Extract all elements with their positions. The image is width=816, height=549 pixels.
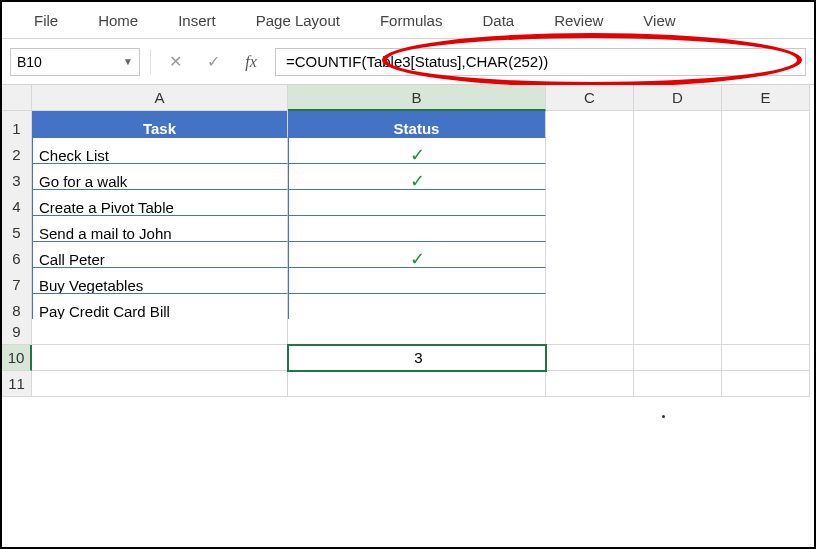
col-header-a[interactable]: A <box>32 85 288 111</box>
select-all-corner[interactable] <box>2 85 32 111</box>
stray-dot <box>662 415 665 418</box>
dropdown-icon[interactable]: ▼ <box>123 56 133 67</box>
name-box[interactable]: B10 ▼ <box>10 48 140 76</box>
cell-e10[interactable] <box>722 345 810 371</box>
cancel-icon[interactable]: ✕ <box>161 48 189 76</box>
cell-b10[interactable]: 3 <box>288 345 546 371</box>
tab-data[interactable]: Data <box>462 4 534 37</box>
formula-bar: B10 ▼ ✕ ✓ fx =COUNTIF(Table3[Status],CHA… <box>2 39 814 85</box>
cell-c9[interactable] <box>546 319 634 345</box>
enter-icon[interactable]: ✓ <box>199 48 227 76</box>
name-box-value: B10 <box>17 54 42 70</box>
tab-home[interactable]: Home <box>78 4 158 37</box>
row-header-9[interactable]: 9 <box>2 319 32 345</box>
formula-text: =COUNTIF(Table3[Status],CHAR(252)) <box>286 53 548 70</box>
cell-a9[interactable] <box>32 319 288 345</box>
tab-formulas[interactable]: Formulas <box>360 4 463 37</box>
col-header-e[interactable]: E <box>722 85 810 111</box>
cell-d9[interactable] <box>634 319 722 345</box>
cell-d11[interactable] <box>634 371 722 397</box>
fx-icon[interactable]: fx <box>237 48 265 76</box>
cell-c10[interactable] <box>546 345 634 371</box>
separator <box>150 50 151 74</box>
tab-insert[interactable]: Insert <box>158 4 236 37</box>
cell-c11[interactable] <box>546 371 634 397</box>
formula-input[interactable]: =COUNTIF(Table3[Status],CHAR(252)) <box>275 48 806 76</box>
tab-file[interactable]: File <box>14 4 78 37</box>
spreadsheet-grid: A B C D E 1 Task Status 2 Check List ✓ 3… <box>2 85 814 397</box>
col-header-d[interactable]: D <box>634 85 722 111</box>
tab-review[interactable]: Review <box>534 4 623 37</box>
cell-a10[interactable] <box>32 345 288 371</box>
tab-view[interactable]: View <box>623 4 695 37</box>
cell-a11[interactable] <box>32 371 288 397</box>
cell-b11[interactable] <box>288 371 546 397</box>
cell-e9[interactable] <box>722 319 810 345</box>
cell-b9[interactable] <box>288 319 546 345</box>
tab-page-layout[interactable]: Page Layout <box>236 4 360 37</box>
col-header-c[interactable]: C <box>546 85 634 111</box>
col-header-b[interactable]: B <box>288 85 546 111</box>
cell-e11[interactable] <box>722 371 810 397</box>
cell-d10[interactable] <box>634 345 722 371</box>
ribbon-tabs: File Home Insert Page Layout Formulas Da… <box>2 2 814 39</box>
row-header-11[interactable]: 11 <box>2 371 32 397</box>
row-header-10[interactable]: 10 <box>2 345 32 371</box>
